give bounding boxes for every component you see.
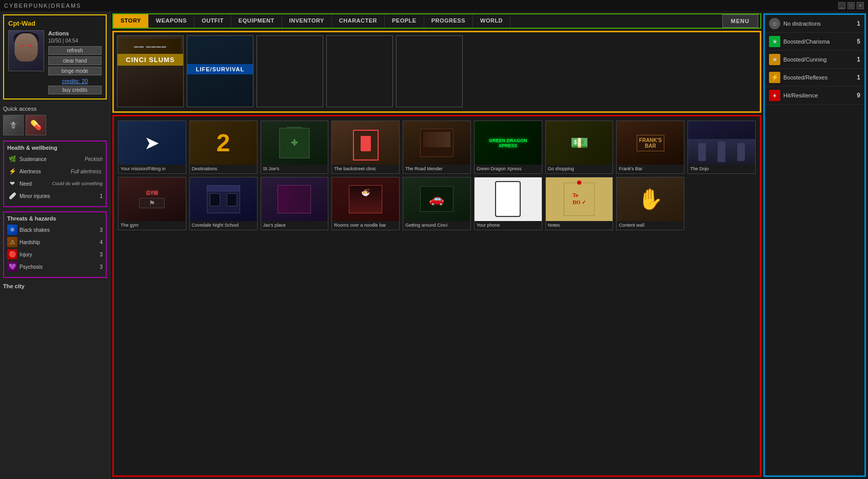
hardship-icon: ⚠ [7,237,17,247]
hardship-count: 4 [94,240,103,245]
location-getting-around[interactable]: 🚗 Getting around Cinci [403,177,471,230]
gym-label: The gym [119,221,186,230]
health-row-injuries[interactable]: 🩹 Minor injuries 1 [7,191,103,201]
location-stjoes[interactable]: ✚ St Joe's [261,121,329,174]
threat-row-injury[interactable]: 🔴 Injury 3 [7,249,103,260]
sustenance-icon: 🌿 [7,154,17,164]
psychosis-icon: 💜 [7,262,17,272]
location-gym[interactable]: GYM ⚑ The gym [118,177,186,230]
tab-inventory[interactable]: INVENTORY [282,14,332,28]
quick-item-pills[interactable]: 💊 [26,115,46,135]
maximize-button[interactable]: □ [847,2,855,9]
note-art: ToDO ✓ [546,177,613,221]
franks-label: Frank's Bar [617,165,684,173]
tab-progress[interactable]: PROGRESS [424,14,473,28]
phone-label: Your phone [475,221,542,230]
injury-label: Injury [19,252,92,257]
stat-boosted-reflexes[interactable]: ⚡ Boosted/Reflexes 1 [765,69,864,87]
hit-resilience-label: Hit/Resilience [783,92,854,98]
player-actions: Actions 10/50 | 04:54 refresh clear hand… [48,30,102,94]
need-label: Need [19,181,50,187]
location-dojo[interactable]: The Dojo [687,121,756,174]
health-row-need[interactable]: ❤ Need Could do with something [7,178,103,189]
location-content-wall[interactable]: ✋ Content wall [616,177,684,230]
threats-title: Threats & hazards [7,215,103,222]
mission-arrow-icon: ➤ [119,121,186,165]
location-green-dragon[interactable]: GREEN DRAGONXPRESS Green Dragon Xpress [474,121,542,174]
injury-icon: 🔴 [7,249,17,260]
clear-hand-button[interactable]: clear hand [48,56,102,65]
buy-credits-button[interactable]: buy credits [48,86,102,94]
need-icon: ❤ [7,178,17,189]
nav-tabs: STORY WEAPONS OUTFIT EQUIPMENT INVENTORY… [112,13,761,29]
story-area: ▬▬ ▬▬▬▬ CINCI SLUMS LIFE/SURVIVAL [112,31,761,113]
tab-world[interactable]: WORLD [473,14,510,28]
story-card-life[interactable]: LIFE/SURVIVAL [187,35,253,107]
city-section: The city [0,280,110,292]
boosted-reflexes-count: 1 [857,74,860,81]
tab-people[interactable]: PEOPLE [385,14,424,28]
location-backstreet[interactable]: The backstreet clinic [331,121,400,174]
stat-boosted-cunning[interactable]: ★ Boosted/Cunning 1 [765,51,864,69]
notes-label: Notes [546,221,613,230]
location-notes[interactable]: ToDO ✓ Notes [545,177,614,230]
main-layout: Cpt-Wad Actions 10/50 [0,11,868,479]
boosted-charisma-label: Boosted/Charisma [783,38,854,45]
story-card-empty-2[interactable] [326,35,393,107]
road-mender-label: The Road Mender [403,165,470,173]
window-controls: _ □ × [838,2,864,9]
location-mission[interactable]: ➤ Your mission/Fitting in [118,121,186,174]
location-franks[interactable]: FRANK'SBAR Frank's Bar [616,121,684,174]
location-road-mender[interactable]: The Road Mender [403,121,471,174]
stat-hit-resilience[interactable]: ♦ Hit/Resilience 9 [765,87,864,105]
tab-character[interactable]: CHARACTER [332,14,385,28]
no-distractions-count: 1 [857,20,860,27]
tab-outfit[interactable]: OUTFIT [194,14,231,28]
tab-story[interactable]: STORY [113,14,149,28]
right-sidebar: ○ No distractions 1 ★ Boosted/Charisma 5… [763,13,866,477]
location-phone[interactable]: Your phone [474,177,542,230]
boosted-cunning-label: Boosted/Cunning [783,56,854,63]
credits-display[interactable]: credits: 20 [48,78,102,84]
binge-mode-button[interactable]: binge mode [48,67,102,75]
app-title: CYBERPUNK|DREAMS [4,3,81,9]
jax-label: Jax's place [261,221,328,230]
health-row-alertness[interactable]: ⚡ Alertness Full alertness. [7,166,103,176]
location-jax[interactable]: Jax's place [261,177,329,230]
no-distractions-label: No distractions [783,21,854,27]
threat-row-black-shakes[interactable]: ❄ Black shakes 3 [7,225,103,235]
stat-no-distractions[interactable]: ○ No distractions 1 [765,15,864,33]
threat-row-psychosis[interactable]: 💜 Psychosis 3 [7,262,103,272]
health-row-sustenance[interactable]: 🌿 Sustenance Peckish [7,154,103,164]
sustenance-label: Sustenance [19,156,83,162]
stat-boosted-charisma[interactable]: ★ Boosted/Charisma 5 [765,33,864,51]
health-section: Health & wellbeing 🌿 Sustenance Peckish … [3,141,107,207]
story-card-cinci[interactable]: ▬▬ ▬▬▬▬ CINCI SLUMS [117,35,184,107]
story-card-empty-3[interactable] [396,35,463,107]
tab-equipment[interactable]: EQUIPMENT [231,14,282,28]
hit-resilience-icon: ♦ [769,90,780,101]
close-button[interactable]: × [857,2,864,9]
story-card-empty-1[interactable] [257,35,323,107]
sustenance-value: Peckish [85,156,103,162]
refresh-button[interactable]: refresh [48,46,102,55]
top-bar: CYBERPUNK|DREAMS _ □ × [0,0,868,11]
location-destinations[interactable]: 2 Destinations [189,121,258,174]
menu-button[interactable]: MENU [722,14,758,28]
stjoes-label: St Joe's [261,165,328,173]
injury-count: 3 [94,252,103,257]
location-covedale[interactable]: Covedale Night School [189,177,258,230]
getting-around-label: Getting around Cinci [403,221,470,230]
location-noodle[interactable]: 🍜 Rooms over a noodle bar [331,177,400,230]
quick-access: Quick access 🗡 💊 [0,103,110,138]
minimize-button[interactable]: _ [838,2,845,9]
threat-row-hardship[interactable]: ⚠ Hardship 4 [7,237,103,247]
left-sidebar: Cpt-Wad Actions 10/50 [0,11,110,479]
quick-item-knife[interactable]: 🗡 [3,115,24,135]
actions-label: Actions [48,30,102,36]
tab-weapons[interactable]: WEAPONS [149,14,194,28]
alertness-label: Alertness [19,169,69,174]
threats-section: Threats & hazards ❄ Black shakes 3 ⚠ Har… [3,211,107,278]
noodle-label: Rooms over a noodle bar [332,221,399,230]
location-shopping[interactable]: 💵 Go shopping [545,121,614,174]
